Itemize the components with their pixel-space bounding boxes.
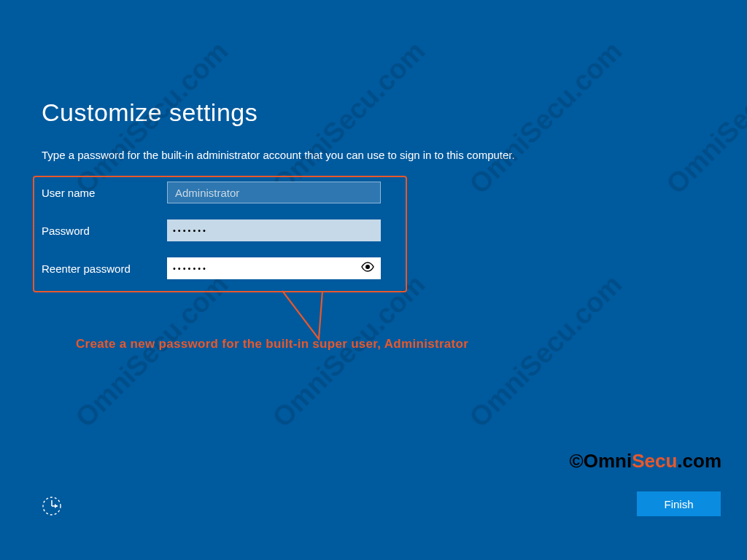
- copyright-part2: Secu: [632, 450, 677, 472]
- instruction-text: Type a password for the built-in adminis…: [42, 149, 705, 161]
- page-title: Customize settings: [42, 98, 705, 127]
- finish-button[interactable]: Finish: [637, 491, 721, 516]
- form-area: User name Password ••••••• Reenter passw…: [42, 182, 705, 279]
- password-label: Password: [42, 225, 167, 237]
- username-input[interactable]: [167, 182, 381, 203]
- copyright-part1: Omni: [584, 450, 632, 472]
- watermark: OmniSecu.com: [463, 268, 628, 433]
- annotation-text: Create a new password for the built-in s…: [76, 337, 468, 351]
- svg-point-0: [365, 265, 370, 269]
- password-dots: •••••••: [173, 226, 208, 235]
- copyright-symbol: ©: [570, 450, 584, 472]
- copyright-text: ©OmniSecu.com: [570, 450, 721, 472]
- password-input[interactable]: •••••••: [167, 219, 381, 241]
- copyright-part3: .com: [677, 450, 721, 472]
- reenter-password-dots: •••••••: [173, 264, 208, 273]
- reenter-password-label: Reenter password: [42, 262, 167, 275]
- username-label: User name: [42, 187, 167, 199]
- svg-marker-4: [55, 504, 58, 508]
- ease-of-access-icon[interactable]: [42, 496, 62, 516]
- reenter-password-input[interactable]: •••••••: [167, 257, 381, 279]
- callout-tail: [282, 289, 333, 341]
- reveal-password-icon[interactable]: [360, 262, 375, 275]
